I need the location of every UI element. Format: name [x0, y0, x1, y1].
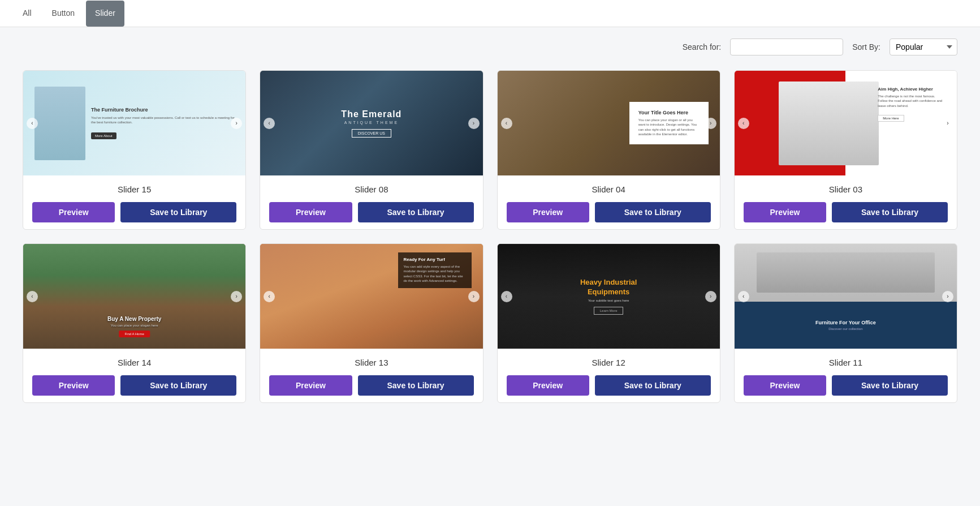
slider13-card-body: Slider 13 Preview Save to Library: [260, 349, 482, 402]
slider03-next-arrow[interactable]: ›: [942, 118, 953, 129]
slider11-bottom: Furniture For Your Office Discover our c…: [735, 302, 957, 349]
slider08-next-arrow[interactable]: ›: [468, 118, 480, 129]
slider08-prev-arrow[interactable]: ‹: [264, 118, 275, 129]
slider04-body: You can place your slogan or all you wan…: [638, 118, 700, 137]
slider03-actions: Preview Save to Library: [744, 202, 948, 222]
search-label: Search for:: [683, 42, 721, 52]
tab-button[interactable]: Button: [43, 1, 84, 27]
slider03-card-title: Slider 03: [744, 185, 948, 194]
slider13-prev-arrow[interactable]: ‹: [264, 291, 275, 302]
slider08-preview-button[interactable]: Preview: [269, 202, 352, 222]
card-slider12: ‹ Heavy IndustrialEquipments Your subtit…: [497, 243, 720, 403]
slider13-next-arrow[interactable]: ›: [468, 291, 480, 302]
sort-select[interactable]: Popular Newest Oldest: [890, 38, 957, 55]
slider14-preview-button[interactable]: Preview: [32, 375, 115, 396]
slider03-save-button[interactable]: Save to Library: [832, 202, 948, 222]
slider03-preview-button[interactable]: Preview: [744, 202, 826, 222]
slider15-title: The Furniture Brochure: [91, 107, 240, 113]
slider11-preview-button[interactable]: Preview: [744, 375, 826, 396]
slider14-actions: Preview Save to Library: [32, 375, 236, 396]
slider08-preview: ‹ The Emerald ANTIQUE THEME DISCOVER US …: [260, 71, 482, 175]
slider13-preview-button[interactable]: Preview: [269, 375, 352, 396]
slider15-card-body: Slider 15 Preview Save to Library: [23, 175, 245, 229]
slider12-card-body: Slider 12 Preview Save to Library: [498, 349, 720, 402]
slider12-prev-arrow[interactable]: ‹: [501, 291, 512, 302]
slider08-title: The Emerald: [341, 109, 402, 119]
slider04-title: Your Title Goes Here: [638, 110, 700, 115]
slider11-card-title: Slider 11: [744, 358, 948, 367]
slider12-save-button[interactable]: Save to Library: [595, 375, 711, 396]
slider14-save-button[interactable]: Save to Library: [120, 375, 236, 396]
slider11-card-body: Slider 11 Preview Save to Library: [735, 349, 957, 402]
slider04-text-box: Your Title Goes Here You can place your …: [629, 102, 709, 145]
slider15-next-arrow[interactable]: ›: [231, 118, 242, 129]
slider04-card-body: Slider 04 Preview Save to Library: [498, 175, 720, 229]
slider08-card-title: Slider 08: [269, 185, 473, 194]
slider04-prev-arrow[interactable]: ‹: [501, 118, 512, 129]
card-slider11: ‹ Furniture For Your Office Discover our…: [734, 243, 957, 403]
slider08-sub: ANTIQUE THEME: [341, 121, 402, 125]
slider12-cta: Learn More: [594, 307, 624, 315]
slider12-card-title: Slider 12: [507, 358, 711, 367]
slider14-card-body: Slider 14 Preview Save to Library: [23, 349, 245, 402]
slider15-text-box: The Furniture Brochure You've trusted us…: [85, 98, 245, 148]
slider13-text-box: Ready For Any Turf You can add style eve…: [398, 252, 472, 288]
slider03-image: [779, 82, 879, 165]
slider03-body: The challenge is not the most famous. Fo…: [878, 94, 946, 108]
slider03-prev-arrow[interactable]: ‹: [738, 118, 749, 129]
slider14-prev-arrow[interactable]: ‹: [27, 291, 38, 302]
slider11-actions: Preview Save to Library: [744, 375, 948, 396]
slider04-preview: ‹ Your Title Goes Here You can place you…: [498, 71, 720, 175]
slider04-next-arrow[interactable]: ›: [705, 118, 716, 129]
slider11-title: Furniture For Your Office: [815, 320, 876, 325]
tab-slider[interactable]: Slider: [86, 1, 124, 27]
search-input[interactable]: [730, 38, 843, 55]
slider03-cta: More Here: [878, 115, 904, 122]
slider12-actions: Preview Save to Library: [507, 375, 711, 396]
slider12-sub: Your subtitle text goes here: [580, 299, 637, 302]
slider04-preview-button[interactable]: Preview: [507, 202, 589, 222]
slider13-body: You can add style every aspect of the mo…: [404, 264, 466, 284]
slider03-title: Aim High, Achieve Higher: [878, 87, 946, 92]
slider04-card-title: Slider 04: [507, 185, 711, 194]
slider14-sub: You can place your slogan here: [107, 324, 161, 327]
slider11-prev-arrow[interactable]: ‹: [738, 291, 749, 302]
slider13-preview: ‹ Ready For Any Turf You can add style e…: [260, 244, 482, 349]
card-slider13: ‹ Ready For Any Turf You can add style e…: [260, 243, 483, 403]
card-slider08: ‹ The Emerald ANTIQUE THEME DISCOVER US …: [260, 70, 483, 230]
slider11-sub: Discover our collection: [815, 327, 876, 331]
slider12-next-arrow[interactable]: ›: [705, 291, 716, 302]
slider03-card-body: Slider 03 Preview Save to Library: [735, 175, 957, 229]
slider11-preview: ‹ Furniture For Your Office Discover our…: [735, 244, 957, 349]
search-sort-bar: Search for: Sort By: Popular Newest Olde…: [0, 27, 980, 61]
slider14-overlay: Buy A New Property You can place your sl…: [107, 316, 161, 337]
slider14-next-arrow[interactable]: ›: [231, 291, 242, 302]
slider04-save-button[interactable]: Save to Library: [595, 202, 711, 222]
card-slider03: ‹ Aim High, Achieve Higher The challenge…: [734, 70, 957, 230]
slider12-text: Heavy IndustrialEquipments Your subtitle…: [580, 278, 637, 315]
slider08-save-button[interactable]: Save to Library: [358, 202, 474, 222]
slider13-save-button[interactable]: Save to Library: [358, 375, 474, 396]
slider12-preview: ‹ Heavy IndustrialEquipments Your subtit…: [498, 244, 720, 349]
slider12-preview-button[interactable]: Preview: [507, 375, 589, 396]
slider04-actions: Preview Save to Library: [507, 202, 711, 222]
slider11-next-arrow[interactable]: ›: [942, 291, 953, 302]
card-slider04: ‹ Your Title Goes Here You can place you…: [497, 70, 720, 230]
slider15-prev-arrow[interactable]: ‹: [27, 118, 38, 129]
tab-all[interactable]: All: [14, 1, 41, 27]
slider15-save-button[interactable]: Save to Library: [120, 202, 236, 222]
slider15-preview: ‹ The Furniture Brochure You've trusted …: [23, 71, 245, 175]
slider11-save-button[interactable]: Save to Library: [832, 375, 948, 396]
slider13-title: Ready For Any Turf: [404, 257, 466, 262]
slider15-body: You've trusted us with your most valuabl…: [91, 115, 240, 125]
slider15-preview-button[interactable]: Preview: [32, 202, 115, 222]
slider11-top-image: [735, 244, 957, 302]
card-slider14: ‹ Buy A New Property You can place your …: [23, 243, 246, 403]
slider15-image: [34, 87, 85, 160]
slider03-text-box: Aim High, Achieve Higher The challenge i…: [878, 87, 946, 122]
filter-tabs: All Button Slider: [0, 0, 980, 27]
slider14-card-title: Slider 14: [32, 358, 236, 367]
slider03-preview: ‹ Aim High, Achieve Higher The challenge…: [735, 71, 957, 175]
slider14-preview: ‹ Buy A New Property You can place your …: [23, 244, 245, 349]
sort-label: Sort By:: [852, 42, 880, 52]
